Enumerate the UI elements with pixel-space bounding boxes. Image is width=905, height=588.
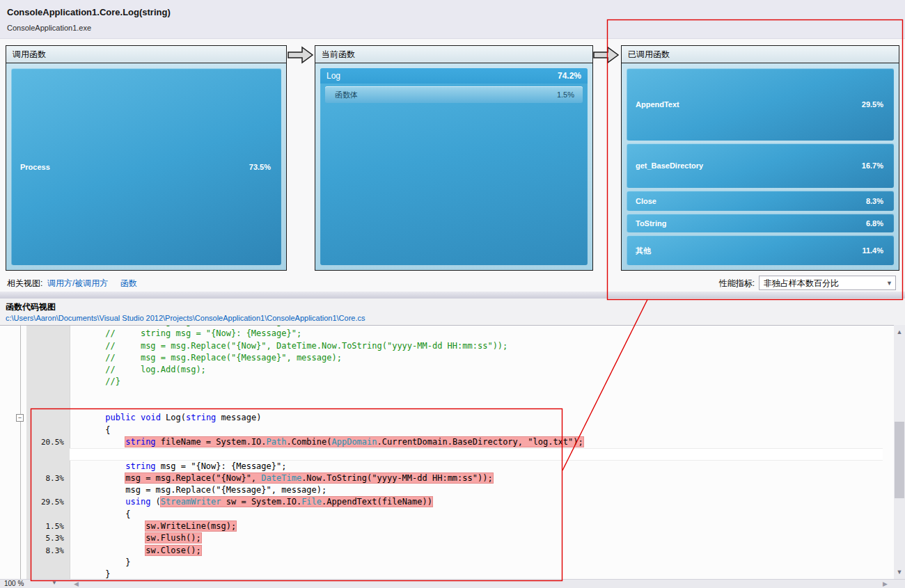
panel-calling-functions: 调用函数 Process 73.5% (6, 45, 287, 271)
code-line: // msg = msg.Replace("{Now}", DateTime.N… (0, 340, 894, 352)
metric-dropdown[interactable]: 非独占样本数百分比 ▼ (759, 276, 896, 290)
link-caller-callee-view[interactable]: 调用方/被调用方 (47, 278, 108, 288)
related-views-label: 相关视图: (7, 278, 42, 289)
section-separator (0, 292, 905, 299)
function-body-bar[interactable]: 函数体 1.5% (325, 86, 583, 103)
callee-bar-value: 11.4% (862, 246, 883, 255)
callee-bar-value: 29.5% (862, 100, 883, 109)
hot-line-highlight: sw.Close(); (145, 546, 200, 555)
vertical-scrollbar-thumb[interactable] (895, 422, 904, 498)
panel-current-function: 当前函数 Log 74.2% 函数体 1.5% (315, 45, 593, 271)
code-section-title: 函数代码视图 (6, 301, 56, 313)
code-line: 8.3% sw.Close(); (0, 545, 894, 557)
code-section-header: 函数代码视图 c:\Users\Aaron\Documents\Visual S… (0, 299, 905, 325)
code-line: } (0, 557, 894, 569)
chevron-down-icon: ▼ (52, 580, 57, 586)
arrow-right-icon (593, 46, 620, 64)
panel-called-functions: 已调用函数 AppendText29.5%get_BaseDirectory16… (621, 45, 899, 271)
code-line (0, 448, 894, 460)
callee-bar-label: ToString (636, 219, 666, 228)
callee-bar[interactable]: get_BaseDirectory16.7% (627, 143, 894, 188)
hot-line-highlight: msg = msg.Replace("{Now}", DateTime.Now.… (125, 473, 492, 483)
code-line: 5.3% sw.Flush(); (0, 532, 894, 544)
callee-bar[interactable]: ToString6.8% (627, 214, 894, 232)
caller-bar-value: 73.5% (249, 163, 271, 171)
callee-bar-value: 6.8% (866, 219, 883, 228)
arrow-right-icon (288, 46, 314, 64)
callee-bar-label: Close (636, 197, 656, 205)
current-function-value: 74.2% (558, 68, 581, 84)
hot-line-highlight: string fileName = System.IO.Path.Combine… (125, 437, 583, 447)
code-line: 29.5% using (StreamWriter sw = System.IO… (0, 496, 894, 508)
panel-current-function-body: Log 74.2% 函数体 1.5% (315, 63, 592, 270)
current-function-bar[interactable]: Log 74.2% 函数体 1.5% (320, 68, 588, 265)
panel-calling-functions-body: Process 73.5% (6, 63, 286, 270)
scroll-down-icon[interactable]: ▼ (894, 566, 905, 578)
code-line (0, 388, 894, 400)
panel-current-function-title: 当前函数 (315, 46, 592, 63)
zoom-level-dropdown[interactable]: 100 % ▼ (1, 580, 61, 588)
function-body-label: 函数体 (335, 90, 358, 100)
page-title: ConsoleApplication1.Core.Log(string) (7, 7, 171, 17)
vertical-scrollbar[interactable]: ▲ ▼ (894, 325, 905, 579)
code-line: 1.5% sw.WriteLine(msg); (0, 521, 894, 532)
callee-bar-label: get_BaseDirectory (636, 161, 703, 170)
function-details-view: ConsoleApplication1.Core.Log(string) Con… (0, 0, 905, 588)
code-line: { (0, 509, 894, 521)
code-line: msg = msg.Replace("{Message}", message); (0, 484, 894, 496)
callee-bar-label: 其他 (636, 245, 651, 255)
callee-bar[interactable]: 其他11.4% (627, 235, 894, 265)
metric-dropdown-value: 非独占样本数百分比 (764, 278, 839, 289)
code-line: { (0, 424, 894, 436)
panel-called-functions-title: 已调用函数 (622, 46, 899, 63)
code-line: 20.5% string fileName = System.IO.Path.C… (0, 436, 894, 448)
header: ConsoleApplication1.Core.Log(string) Con… (0, 0, 905, 39)
source-file-path-link[interactable]: c:\Users\Aaron\Documents\Visual Studio 2… (6, 314, 365, 322)
module-name: ConsoleApplication1.exe (7, 24, 91, 32)
related-views-links: 调用方/被调用方 函数 (47, 278, 147, 289)
caller-bar-label: Process (20, 163, 50, 171)
code-line: //} (0, 376, 894, 388)
callee-bar[interactable]: AppendText29.5% (627, 68, 894, 141)
current-function-label: Log (326, 68, 340, 84)
function-body-value: 1.5% (557, 90, 574, 99)
status-bar: 100 % ▼ ◀ ▶ (0, 579, 905, 588)
code-line: 8.3% msg = msg.Replace("{Now}", DateTime… (0, 472, 894, 484)
link-functions-view[interactable]: 函数 (120, 278, 137, 288)
empty-line-band (70, 448, 883, 460)
panel-called-functions-body: AppendText29.5%get_BaseDirectory16.7%Clo… (622, 63, 899, 270)
callee-bar-value: 16.7% (862, 161, 883, 170)
scroll-right-icon[interactable]: ▶ (883, 580, 888, 587)
code-line: // string msg = "{Now}: {Message}"; (0, 328, 894, 340)
callee-bar[interactable]: Close8.3% (627, 191, 894, 211)
code-line: // msg = msg.Replace("{Message}", messag… (0, 352, 894, 364)
code-lines: // string msg = "{Now}: {Message}"; // s… (0, 325, 894, 580)
scroll-up-icon[interactable]: ▲ (894, 326, 905, 337)
code-line: // log.Add(msg); (0, 364, 894, 376)
metric-label: 性能指标: (705, 278, 755, 289)
code-line: string msg = "{Now}: {Message}"; (0, 461, 894, 472)
caller-bar-process[interactable]: Process 73.5% (11, 68, 281, 265)
code-line: } (0, 569, 894, 580)
scroll-left-icon[interactable]: ◀ (74, 580, 79, 587)
chevron-down-icon[interactable]: ▼ (883, 276, 895, 289)
callee-bar-value: 8.3% (866, 197, 883, 205)
code-line: public void Log(string message) (0, 412, 894, 424)
callee-bar-label: AppendText (636, 100, 679, 109)
code-line (0, 400, 894, 412)
hot-line-highlight: sw.WriteLine(msg); (145, 521, 236, 531)
zoom-level-value: 100 % (4, 580, 24, 587)
hot-line-highlight: sw.Flush(); (145, 533, 200, 543)
panel-calling-functions-title: 调用函数 (6, 46, 286, 63)
hot-line-highlight: StreamWriter sw = System.IO.File.AppendT… (161, 497, 432, 507)
code-view[interactable]: − // string msg = "{Now}: {Message}"; //… (0, 325, 894, 580)
